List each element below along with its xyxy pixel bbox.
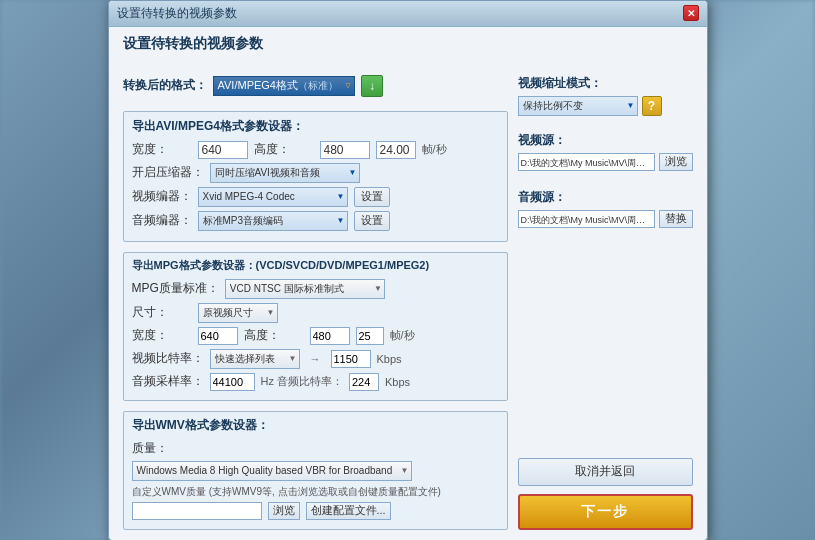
- width-label: 宽度：: [132, 141, 192, 158]
- left-panel: 转换后的格式： AVI/MPEG4格式（标准） ▼ ↓ 导出AVI/MPEG4格…: [123, 75, 508, 530]
- format-row: 转换后的格式： AVI/MPEG4格式（标准） ▼ ↓: [123, 75, 508, 97]
- mpg-size-value: 原视频尺寸: [203, 306, 253, 320]
- action-buttons: 取消并返回 下一步: [518, 438, 693, 530]
- audio-encoder-row: 音频编器： 标准MP3音频编码 设置: [132, 211, 499, 231]
- mpg-size-select[interactable]: 原视频尺寸: [198, 303, 278, 323]
- avi-section-title: 导出AVI/MPEG4格式参数设器：: [132, 118, 499, 135]
- wmv-browse-button[interactable]: 浏览: [268, 502, 300, 520]
- wmv-custom-label: 自定义WMV质量 (支持WMV9等, 点击浏览选取或自创键质量配置文件): [132, 485, 499, 499]
- wmv-file-row: 浏览 创建配置文件...: [132, 502, 499, 520]
- wmv-section-title: 导出WMV格式参数设器：: [132, 417, 499, 434]
- main-dialog: 设置待转换的视频参数 ✕ 设置待转换的视频参数 转换后的格式： AVI/MPEG…: [108, 0, 708, 540]
- compress-mode-select[interactable]: 保持比例不变: [518, 96, 638, 116]
- fps-input[interactable]: [376, 141, 416, 159]
- mpg-asample-input[interactable]: [210, 373, 255, 391]
- audio-source-label: 音频源：: [518, 189, 693, 206]
- wmv-quality-select-row: Windows Media 8 High Quality based VBR f…: [132, 461, 499, 481]
- format-label: 转换后的格式：: [123, 77, 207, 94]
- video-source-section: 视频源： D:\我的文档\My Music\MV\周杰伦-叶... 浏览: [518, 132, 693, 177]
- mpg-asample-label: 音频采样率：: [132, 373, 204, 390]
- mpg-dims-row: 宽度： 高度： 帧/秒: [132, 327, 499, 345]
- mpg-vbitrate-value: 快速选择列表: [215, 352, 275, 366]
- mpg-quality-label: MPG质量标准：: [132, 280, 219, 297]
- arrow-icon: →: [306, 353, 325, 365]
- video-source-label: 视频源：: [518, 132, 693, 149]
- dialog-heading: 设置待转换的视频参数: [123, 35, 693, 57]
- title-bar-text: 设置待转换的视频参数: [117, 5, 237, 22]
- cancel-button[interactable]: 取消并返回: [518, 458, 693, 486]
- audio-settings-button[interactable]: 设置: [354, 211, 390, 231]
- video-browse-button[interactable]: 浏览: [659, 153, 693, 171]
- audio-encoder-label: 音频编器：: [132, 212, 192, 229]
- mpg-size-row: 尺寸： 原视频尺寸: [132, 303, 499, 323]
- mpg-bitrate-unit: Kbps: [377, 353, 402, 365]
- download-icon: ↓: [369, 79, 375, 93]
- compress-mode-section: 视频缩址模式： 保持比例不变 ?: [518, 75, 693, 116]
- wmv-quality-select[interactable]: Windows Media 8 High Quality based VBR f…: [132, 461, 412, 481]
- mpg-abitrate-unit: Kbps: [385, 376, 410, 388]
- compress-mode-label: 视频缩址模式：: [518, 75, 693, 92]
- mpg-height-label: 高度：: [244, 327, 304, 344]
- mpg-size-label: 尺寸：: [132, 304, 192, 321]
- right-panel: 视频缩址模式： 保持比例不变 ? 视频源： D:\我的文档\My Music\M…: [518, 75, 693, 530]
- wmv-quality-value: Windows Media 8 High Quality based VBR f…: [137, 465, 393, 476]
- mpg-bitrate-input[interactable]: [331, 350, 371, 368]
- help-icon: ?: [648, 99, 655, 113]
- compress-mode-value: 保持比例不变: [523, 99, 583, 113]
- video-source-path: D:\我的文档\My Music\MV\周杰伦-叶...: [518, 153, 655, 171]
- audio-encoder-select[interactable]: 标准MP3音频编码: [198, 211, 348, 231]
- width-input[interactable]: [198, 141, 248, 159]
- avi-section: 导出AVI/MPEG4格式参数设器： 宽度： 高度： 帧/秒 开启压缩器： 同时…: [123, 111, 508, 242]
- mpg-audio-row: 音频采样率： Hz 音频比特率： Kbps: [132, 373, 499, 391]
- mpg-bitrate-row: 视频比特率： 快速选择列表 → Kbps: [132, 349, 499, 369]
- video-settings-button[interactable]: 设置: [354, 187, 390, 207]
- title-bar: 设置待转换的视频参数 ✕: [109, 1, 707, 27]
- video-encoder-row: 视频编器： Xvid MPEG-4 Codec 设置: [132, 187, 499, 207]
- format-value: AVI/MPEG4格式（标准）: [218, 78, 338, 93]
- mpg-abitrate-input[interactable]: [349, 373, 379, 391]
- wmv-quality-label: 质量：: [132, 440, 192, 457]
- close-button[interactable]: ✕: [683, 5, 699, 21]
- mpg-vbitrate-label: 视频比特率：: [132, 350, 204, 367]
- wmv-section: 导出WMV格式参数设器： 质量： Windows Media 8 High Qu…: [123, 411, 508, 530]
- mpg-quality-select[interactable]: VCD NTSC 国际标准制式: [225, 279, 385, 299]
- mpg-height-input[interactable]: [310, 327, 350, 345]
- mpg-width-input[interactable]: [198, 327, 238, 345]
- height-label: 高度：: [254, 141, 314, 158]
- download-button[interactable]: ↓: [361, 75, 383, 97]
- wmv-create-button[interactable]: 创建配置文件...: [306, 502, 391, 520]
- next-button[interactable]: 下一步: [518, 494, 693, 530]
- compress-row: 开启压缩器： 同时压缩AVI视频和音频: [132, 163, 499, 183]
- mpg-section-title: 导出MPG格式参数设器：(VCD/SVCD/DVD/MPEG1/MPEG2): [132, 258, 499, 273]
- format-select[interactable]: AVI/MPEG4格式（标准） ▼: [213, 76, 355, 96]
- mpg-vbitrate-select[interactable]: 快速选择列表: [210, 349, 300, 369]
- mpg-fps-unit: 帧/秒: [390, 328, 415, 343]
- audio-source-row: D:\我的文档\My Music\MV\周杰伦-叶... 替换: [518, 210, 693, 228]
- mpg-quality-row: MPG质量标准： VCD NTSC 国际标准制式: [132, 279, 499, 299]
- wmv-quality-row: 质量：: [132, 440, 499, 457]
- fps-unit: 帧/秒: [422, 142, 447, 157]
- compress-label: 开启压缩器：: [132, 164, 204, 181]
- help-button[interactable]: ?: [642, 96, 662, 116]
- audio-source-path: D:\我的文档\My Music\MV\周杰伦-叶...: [518, 210, 655, 228]
- audio-encoder-value: 标准MP3音频编码: [203, 214, 284, 228]
- mpg-fps-input[interactable]: [356, 327, 384, 345]
- mpg-section: 导出MPG格式参数设器：(VCD/SVCD/DVD/MPEG1/MPEG2) M…: [123, 252, 508, 401]
- audio-replace-button[interactable]: 替换: [659, 210, 693, 228]
- mpg-width-label: 宽度：: [132, 327, 192, 344]
- compress-value: 同时压缩AVI视频和音频: [215, 166, 320, 180]
- video-encoder-value: Xvid MPEG-4 Codec: [203, 191, 295, 202]
- audio-source-section: 音频源： D:\我的文档\My Music\MV\周杰伦-叶... 替换: [518, 189, 693, 234]
- mpg-quality-value: VCD NTSC 国际标准制式: [230, 282, 344, 296]
- height-input[interactable]: [320, 141, 370, 159]
- mpg-asample-unit: Hz 音频比特率：: [261, 374, 344, 389]
- video-encoder-select[interactable]: Xvid MPEG-4 Codec: [198, 187, 348, 207]
- video-encoder-label: 视频编器：: [132, 188, 192, 205]
- video-source-row: D:\我的文档\My Music\MV\周杰伦-叶... 浏览: [518, 153, 693, 171]
- dimensions-row: 宽度： 高度： 帧/秒: [132, 141, 499, 159]
- compress-select[interactable]: 同时压缩AVI视频和音频: [210, 163, 360, 183]
- wmv-file-input[interactable]: [132, 502, 262, 520]
